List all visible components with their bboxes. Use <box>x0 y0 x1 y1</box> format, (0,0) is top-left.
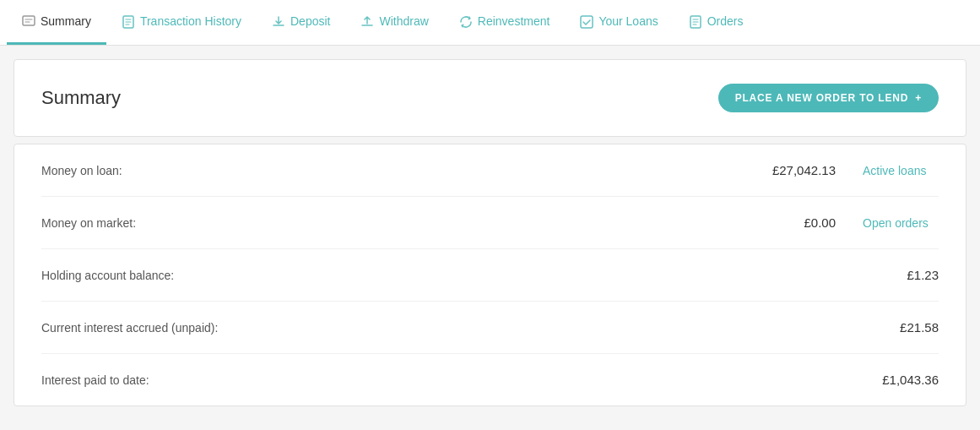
holding-account-balance-value: £1.23 <box>854 268 939 282</box>
detail-row-current-interest-accrued: Current interest accrued (unpaid):£21.58 <box>41 302 939 354</box>
detail-row-money-on-market: Money on market:£0.00Open orders <box>41 197 939 249</box>
transaction-history-tab-icon <box>122 14 135 29</box>
current-interest-accrued-value: £21.58 <box>854 320 939 335</box>
current-interest-accrued-label: Current interest accrued (unpaid): <box>41 321 218 335</box>
your-loans-tab-label: Your Loans <box>598 14 658 28</box>
summary-tab-label: Summary <box>41 14 91 28</box>
detail-row-money-on-loan: Money on loan:£27,042.13Active loans <box>41 144 939 197</box>
details-card: Money on loan:£27,042.13Active loansMone… <box>14 144 966 406</box>
interest-paid-to-date-value: £1,043.36 <box>854 373 939 387</box>
your-loans-tab-icon <box>580 14 593 29</box>
deposit-tab-icon <box>272 14 285 29</box>
summary-header-card: Summary PLACE A NEW ORDER TO LEND + <box>14 59 966 137</box>
summary-tab-icon <box>22 14 35 29</box>
interest-paid-to-date-label: Interest paid to date: <box>41 373 149 387</box>
transaction-history-tab-label: Transaction History <box>140 14 241 28</box>
money-on-loan-label: Money on loan: <box>41 164 122 177</box>
current-interest-accrued-right: £21.58 <box>854 320 939 335</box>
nav-tab-transaction-history[interactable]: Transaction History <box>106 0 257 45</box>
svg-rect-2 <box>581 16 593 28</box>
nav-tab-summary[interactable]: Summary <box>7 0 106 45</box>
holding-account-balance-label: Holding account balance: <box>41 269 174 282</box>
nav-tab-reinvestment[interactable]: Reinvestment <box>444 0 566 45</box>
main-content: Summary PLACE A NEW ORDER TO LEND + Mone… <box>0 46 980 420</box>
holding-account-balance-right: £1.23 <box>854 268 939 282</box>
interest-paid-to-date-right: £1,043.36 <box>854 373 939 387</box>
money-on-market-right: £0.00Open orders <box>751 215 939 230</box>
svg-rect-0 <box>23 16 35 25</box>
reinvestment-tab-label: Reinvestment <box>478 14 550 28</box>
money-on-loan-right: £27,042.13Active loans <box>751 163 939 177</box>
place-order-button[interactable]: PLACE A NEW ORDER TO LEND + <box>718 84 939 112</box>
money-on-market-link[interactable]: Open orders <box>863 216 939 230</box>
detail-row-holding-account-balance: Holding account balance:£1.23 <box>41 249 939 302</box>
summary-title: Summary <box>41 87 121 109</box>
detail-row-interest-paid-to-date: Interest paid to date:£1,043.36 <box>41 354 939 406</box>
orders-tab-label: Orders <box>707 14 744 28</box>
deposit-tab-label: Deposit <box>290 14 330 28</box>
withdraw-tab-icon <box>360 14 374 29</box>
money-on-market-label: Money on market: <box>41 216 136 230</box>
nav-tab-deposit[interactable]: Deposit <box>257 0 345 45</box>
nav-tab-your-loans[interactable]: Your Loans <box>565 0 673 45</box>
nav-tab-withdraw[interactable]: Withdraw <box>345 0 443 45</box>
money-on-market-value: £0.00 <box>751 215 836 230</box>
orders-tab-icon <box>689 14 702 29</box>
reinvestment-tab-icon <box>459 14 473 29</box>
money-on-loan-link[interactable]: Active loans <box>863 164 939 177</box>
withdraw-tab-label: Withdraw <box>379 14 428 28</box>
place-order-label: PLACE A NEW ORDER TO LEND <box>735 92 909 104</box>
nav-tabs: SummaryTransaction HistoryDepositWithdra… <box>0 0 980 46</box>
money-on-loan-value: £27,042.13 <box>751 163 836 177</box>
plus-icon: + <box>915 92 922 104</box>
nav-tab-orders[interactable]: Orders <box>674 0 759 45</box>
